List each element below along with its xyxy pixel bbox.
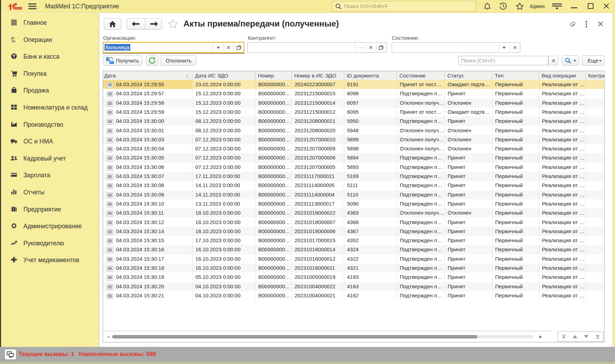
svg-text:Кт: Кт <box>12 39 16 43</box>
